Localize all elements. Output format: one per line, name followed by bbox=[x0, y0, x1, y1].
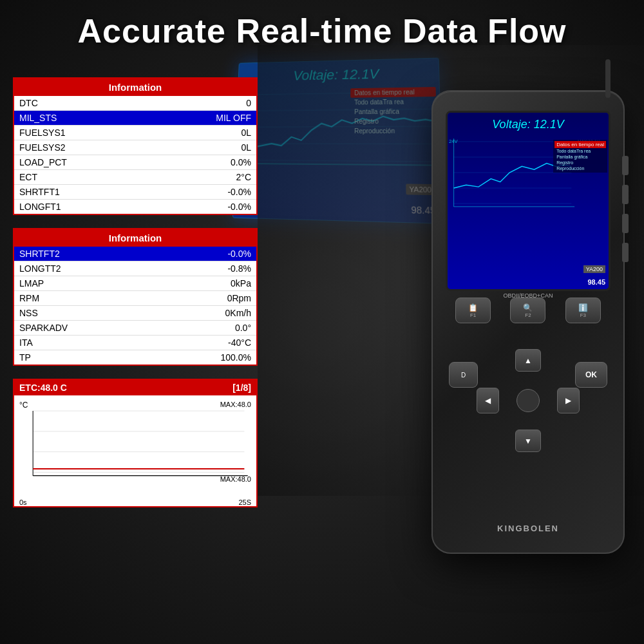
row-label: ITA bbox=[19, 337, 33, 348]
dpad: ▲ ▼ ◀ ▶ bbox=[477, 349, 580, 452]
device-antenna bbox=[605, 59, 611, 98]
ok-label: OK bbox=[585, 370, 597, 379]
info-table-2: Information SHRTFT2 -0.0% LONGTT2 -0.8% … bbox=[13, 228, 258, 366]
screen-voltage: Voltaje: 12.1V bbox=[448, 113, 609, 134]
row-value: 0 bbox=[246, 98, 251, 108]
row-value: 0.0% bbox=[231, 157, 251, 167]
table-row: SHRTFT1 -0.0% bbox=[14, 185, 256, 200]
row-value: MIL OFF bbox=[216, 113, 251, 123]
graph-title-left: ETC:48.0 C bbox=[19, 383, 67, 393]
table-row: RPM 0Rpm bbox=[14, 291, 256, 306]
screen-content: Voltaje: 12.1V 24V MAX:12.1V Datos en ti… bbox=[448, 113, 609, 289]
graph-svg bbox=[19, 403, 251, 487]
row-label: SHRTFT1 bbox=[19, 187, 60, 197]
table-row: SHRTFT2 -0.0% bbox=[14, 247, 256, 261]
side-button[interactable] bbox=[622, 214, 629, 233]
table-row: FUELSYS2 0L bbox=[14, 140, 256, 155]
table-row: LONGTT2 -0.8% bbox=[14, 261, 256, 276]
dpad-down-button[interactable]: ▼ bbox=[515, 430, 541, 452]
dpad-center bbox=[516, 389, 540, 412]
dpad-up-button[interactable]: ▲ bbox=[515, 349, 541, 372]
row-label: LONGTT2 bbox=[19, 263, 61, 274]
device-body: Voltaje: 12.1V 24V MAX:12.1V Datos en ti… bbox=[431, 90, 625, 554]
row-value: 0Rpm bbox=[227, 293, 251, 303]
table-row: ITA -40°C bbox=[14, 336, 256, 350]
page-title: Accurate Real-time Data Flow bbox=[0, 12, 644, 50]
left-arrow-icon: ◀ bbox=[485, 396, 491, 405]
row-value: 0.0° bbox=[235, 323, 251, 333]
side-button[interactable] bbox=[622, 185, 629, 204]
graph-x-end: 25S bbox=[238, 498, 251, 506]
row-label: DTC bbox=[19, 98, 38, 108]
down-arrow-icon: ▼ bbox=[524, 437, 532, 446]
table-row: LONGFT1 -0.0% bbox=[14, 200, 256, 214]
row-label: LONGFT1 bbox=[19, 202, 61, 212]
info-table-1-header: Information bbox=[14, 79, 256, 96]
graph-area: °C MAX:48.0 MAX:48.0 bbox=[14, 395, 256, 498]
screen-value-display: 98.45 bbox=[587, 278, 605, 286]
info-table-2-header: Information bbox=[14, 229, 256, 247]
row-label: MIL_STS bbox=[19, 113, 57, 123]
graph-y-label: °C bbox=[19, 401, 28, 410]
table-row: FUELSYS1 0L bbox=[14, 126, 256, 140]
screen-model-badge: YA200 bbox=[583, 265, 605, 273]
graph-max-top: MAX:48.0 bbox=[220, 401, 251, 408]
row-value: -0.0% bbox=[227, 202, 251, 212]
table-row: LMAP 0kPa bbox=[14, 276, 256, 291]
side-button[interactable] bbox=[622, 156, 629, 175]
back-label: D bbox=[461, 372, 466, 379]
function-buttons: 📋 F1 🔍 F2 ℹ️ F3 bbox=[446, 298, 611, 323]
row-label: SPARKADV bbox=[19, 323, 68, 333]
dpad-right-button[interactable]: ▶ bbox=[557, 388, 580, 413]
f1-button[interactable]: 📋 F1 bbox=[455, 298, 491, 323]
row-value: 0L bbox=[241, 142, 251, 153]
graph-panel: ETC:48.0 C [1/8] °C MAX:48.0 MAX:48.0 0s bbox=[13, 379, 258, 507]
device-screen: Voltaje: 12.1V 24V MAX:12.1V Datos en ti… bbox=[446, 111, 611, 291]
table-row: LOAD_PCT 0.0% bbox=[14, 155, 256, 170]
f3-label: F3 bbox=[580, 312, 586, 318]
graph-x-start: 0s bbox=[19, 498, 27, 506]
ok-button[interactable]: OK bbox=[575, 362, 607, 388]
row-label: LMAP bbox=[19, 278, 44, 289]
row-label: FUELSYS2 bbox=[19, 142, 66, 153]
row-label: NSS bbox=[19, 308, 38, 318]
search-icon: 🔍 bbox=[523, 303, 533, 312]
table-row: DTC 0 bbox=[14, 96, 256, 111]
table-row: NSS 0Km/h bbox=[14, 306, 256, 321]
row-label: TP bbox=[19, 352, 31, 363]
row-label: SHRTFT2 bbox=[19, 249, 60, 259]
table-row: ECT 2°C bbox=[14, 170, 256, 185]
device-brand-label: KINGBOLEN bbox=[497, 524, 559, 533]
side-buttons bbox=[622, 156, 629, 262]
row-label: RPM bbox=[19, 293, 39, 303]
table-row: MIL_STS MIL OFF bbox=[14, 111, 256, 126]
svg-text:24V: 24V bbox=[449, 138, 459, 144]
row-value: 2°C bbox=[236, 172, 252, 182]
row-value: -40°C bbox=[228, 337, 251, 348]
dpad-left-button[interactable]: ◀ bbox=[477, 388, 499, 413]
row-label: LOAD_PCT bbox=[19, 157, 67, 167]
graph-x-labels: 0s 25S bbox=[14, 498, 256, 506]
side-button[interactable] bbox=[622, 243, 629, 262]
right-arrow-icon: ▶ bbox=[565, 396, 571, 405]
f1-label: F1 bbox=[470, 312, 476, 318]
row-label: FUELSYS1 bbox=[19, 128, 66, 138]
row-value: 0kPa bbox=[231, 278, 251, 289]
left-panel: Information DTC 0 MIL_STS MIL OFF FUELSY… bbox=[13, 77, 258, 507]
row-label: ECT bbox=[19, 172, 37, 182]
info-table-1: Information DTC 0 MIL_STS MIL OFF FUELSY… bbox=[13, 77, 258, 215]
back-button[interactable]: D bbox=[449, 362, 478, 388]
graph-max-bottom: MAX:48.0 bbox=[220, 475, 251, 483]
info-icon: ℹ️ bbox=[578, 303, 588, 312]
table-row: TP 100.0% bbox=[14, 350, 256, 365]
f3-button[interactable]: ℹ️ F3 bbox=[565, 298, 601, 323]
device-area: Voltaje: 12.1V 24V MAX:12.1V Datos en ti… bbox=[270, 52, 644, 618]
dtc-icon: 📋 bbox=[468, 303, 478, 312]
row-value: -0.8% bbox=[227, 263, 251, 274]
table-row: SPARKADV 0.0° bbox=[14, 321, 256, 336]
row-value: 0L bbox=[241, 128, 251, 138]
row-value: 100.0% bbox=[221, 352, 251, 363]
graph-header: ETC:48.0 C [1/8] bbox=[14, 380, 256, 395]
row-value: -0.0% bbox=[227, 187, 251, 197]
f2-button[interactable]: 🔍 F2 bbox=[510, 298, 545, 323]
